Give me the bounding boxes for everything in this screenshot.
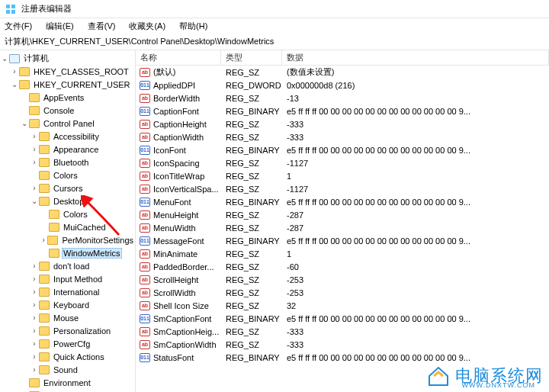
toggle-icon[interactable]: ›	[30, 300, 39, 309]
tree-node[interactable]: ›Accessibility	[0, 130, 135, 143]
tree-node[interactable]: ›Quick Actions	[0, 350, 135, 363]
menu-edit[interactable]: 编辑(E)	[44, 21, 75, 32]
toggle-icon[interactable]: ›	[30, 288, 39, 296]
value-row[interactable]: 011StatusFontREG_BINARYe5 ff ff ff 00 00…	[136, 351, 549, 364]
value-row[interactable]: 011CaptionFontREG_BINARYe5 ff ff ff 00 0…	[136, 104, 549, 117]
folder-icon	[39, 171, 50, 180]
value-icon: ab	[139, 339, 151, 350]
col-data[interactable]: 数据	[282, 50, 549, 65]
list-header[interactable]: 名称 类型 数据	[136, 50, 549, 66]
value-row[interactable]: abSmCaptionWidthREG_SZ-333	[136, 338, 549, 351]
value-row[interactable]: abMenuWidthREG_SZ-287	[136, 221, 549, 234]
value-row[interactable]: abShell Icon SizeREG_SZ32	[136, 299, 549, 312]
value-type: REG_BINARY	[221, 198, 282, 207]
value-type: REG_SZ	[221, 262, 282, 272]
tree-node[interactable]: ›PowerCfg	[0, 337, 135, 350]
value-row[interactable]: abPaddedBorder...REG_SZ-60	[136, 260, 549, 273]
value-type: REG_SZ	[221, 249, 282, 259]
tree-node[interactable]: ›don't load	[0, 259, 135, 272]
value-row[interactable]: abIconTitleWrapREG_SZ1	[136, 169, 549, 182]
tree-node[interactable]: ›Cursors	[0, 182, 135, 194]
value-row[interactable]: 011IconFontREG_BINARYe5 ff ff ff 00 00 0…	[136, 143, 549, 156]
toggle-icon[interactable]: ›	[30, 158, 39, 166]
tree-node[interactable]: AppEvents	[0, 91, 135, 104]
value-data: 32	[282, 301, 549, 310]
value-row[interactable]: abMinAnimateREG_SZ1	[136, 247, 549, 260]
tree-node[interactable]: ›Keyboard	[0, 298, 135, 311]
value-row[interactable]: 011MenuFontREG_BINARYe5 ff ff ff 00 00 0…	[136, 195, 549, 208]
toggle-icon[interactable]: ›	[40, 236, 47, 244]
address-bar[interactable]: 计算机\HKEY_CURRENT_USER\Control Panel\Desk…	[0, 34, 549, 50]
toggle-icon[interactable]: ›	[30, 352, 39, 361]
value-row[interactable]: abCaptionWidthREG_SZ-333	[136, 130, 549, 143]
menu-view[interactable]: 查看(V)	[86, 21, 117, 32]
toggle-icon[interactable]: ›	[30, 145, 39, 153]
folder-icon	[29, 106, 40, 115]
tree-node[interactable]: ›HKEY_CLASSES_ROOT	[0, 65, 135, 78]
value-row[interactable]: abMenuHeightREG_SZ-287	[136, 208, 549, 221]
toggle-icon[interactable]: ›	[10, 67, 19, 76]
value-name: MinAnimate	[153, 249, 221, 259]
tree-node[interactable]: ⌄HKEY_CURRENT_USER	[0, 78, 135, 91]
value-row[interactable]: 011AppliedDPIREG_DWORD0x000000d8 (216)	[136, 79, 549, 92]
col-name[interactable]: 名称	[136, 50, 221, 65]
toggle-icon[interactable]: ›	[30, 132, 39, 140]
toggle-icon[interactable]: ⌄	[0, 54, 9, 63]
toggle-icon[interactable]: ⌄	[10, 80, 19, 88]
value-icon: ab	[139, 249, 151, 259]
tree-node[interactable]: ›Sound	[0, 363, 135, 376]
tree-node[interactable]: MuiCached	[0, 220, 135, 233]
value-row[interactable]: abSmCaptionHeig...REG_SZ-333	[136, 325, 549, 338]
tree-node[interactable]: Console	[0, 104, 135, 117]
value-row[interactable]: ab(默认)REG_SZ(数值未设置)	[136, 66, 549, 79]
value-data: -333	[282, 340, 549, 349]
value-data: e5 ff ff ff 00 00 00 00 00 00 00 00 00 0…	[282, 314, 549, 323]
tree-node[interactable]: ›Mouse	[0, 311, 135, 324]
value-row[interactable]: abBorderWidthREG_SZ-13	[136, 92, 549, 104]
value-row[interactable]: abIconVerticalSpa...REG_SZ-1127	[136, 182, 549, 195]
tree-node[interactable]: Colors	[0, 169, 135, 182]
tree-node[interactable]: ›Personalization	[0, 324, 135, 337]
menu-favorites[interactable]: 收藏夹(A)	[127, 21, 167, 32]
toggle-icon[interactable]: ›	[30, 365, 39, 374]
tree-node[interactable]: ⌄Desktop	[0, 194, 135, 207]
tree-node[interactable]: ⌄计算机	[0, 52, 135, 65]
toggle-icon[interactable]: ›	[30, 339, 39, 348]
tree-node[interactable]: ›Input Method	[0, 272, 135, 285]
tree-node[interactable]: WindowMetrics	[0, 246, 135, 259]
value-row[interactable]: 011SmCaptionFontREG_BINARYe5 ff ff ff 00…	[136, 312, 549, 325]
toggle-icon[interactable]: ›	[30, 275, 39, 283]
toggle-icon[interactable]: ›	[30, 184, 39, 192]
tree-node[interactable]: ›Bluetooth	[0, 156, 135, 169]
toggle-icon[interactable]: ›	[30, 326, 39, 335]
tree-node[interactable]: Colors	[0, 207, 135, 220]
value-row[interactable]: abIconSpacingREG_SZ-1127	[136, 156, 549, 169]
toggle-icon[interactable]: ⌄	[20, 119, 29, 127]
folder-icon	[49, 223, 59, 232]
tree-panel[interactable]: ⌄计算机›HKEY_CLASSES_ROOT⌄HKEY_CURRENT_USER…	[0, 50, 136, 392]
value-icon: ab	[139, 326, 151, 337]
folder-icon	[19, 67, 30, 76]
tree-node[interactable]: ›International	[0, 285, 135, 298]
value-icon: ab	[139, 184, 151, 194]
menu-help[interactable]: 帮助(H)	[178, 21, 209, 32]
menu-file[interactable]: 文件(F)	[3, 21, 34, 32]
tree-node[interactable]: ›Appearance	[0, 143, 135, 156]
values-panel[interactable]: 名称 类型 数据 ab(默认)REG_SZ(数值未设置)011AppliedDP…	[136, 50, 549, 392]
value-row[interactable]: 011MessageFontREG_BINARYe5 ff ff ff 00 0…	[136, 234, 549, 247]
col-type[interactable]: 类型	[221, 50, 282, 65]
value-name: SmCaptionFont	[153, 314, 221, 323]
value-row[interactable]: abScrollWidthREG_SZ-253	[136, 286, 549, 299]
value-data: -1127	[282, 185, 549, 194]
value-name: CaptionHeight	[153, 120, 221, 129]
tree-node[interactable]: ⌄Control Panel	[0, 117, 135, 130]
value-row[interactable]: abCaptionHeightREG_SZ-333	[136, 117, 549, 130]
toggle-icon[interactable]: ⌄	[30, 197, 39, 205]
toggle-icon[interactable]: ›	[30, 313, 39, 322]
value-row[interactable]: abScrollHeightREG_SZ-253	[136, 273, 549, 286]
tree-label: Appearance	[52, 145, 100, 154]
tree-node[interactable]: ›EUDC	[0, 389, 135, 392]
toggle-icon[interactable]: ›	[30, 262, 39, 270]
tree-node[interactable]: Environment	[0, 376, 135, 389]
tree-node[interactable]: ›PerMonitorSettings	[0, 233, 135, 246]
